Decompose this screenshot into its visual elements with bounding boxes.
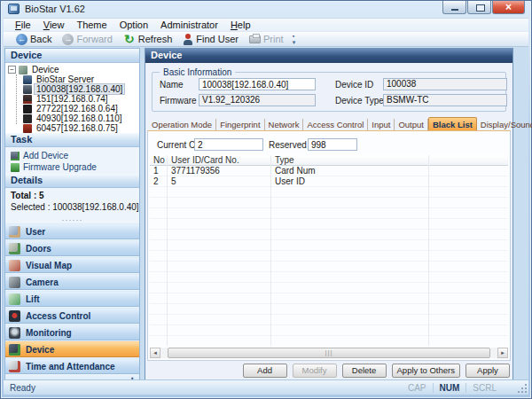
time-attendance-icon <box>9 361 20 372</box>
sidebar-item-user[interactable]: User <box>5 223 139 239</box>
minimize-button[interactable] <box>442 1 466 14</box>
action-buttons: Add Modify Delete Apply to Others Apply <box>243 364 510 378</box>
empty-row <box>150 293 508 304</box>
print-button[interactable]: Print <box>244 32 289 46</box>
device-type-value: BSMW-TC <box>383 94 507 106</box>
empty-row <box>150 283 508 293</box>
tab-output[interactable]: Output <box>395 119 428 130</box>
add-device-link[interactable]: Add Device <box>11 150 139 161</box>
access-control-icon <box>9 310 20 322</box>
num-lock-indicator: NUM <box>433 383 466 393</box>
scroll-right-icon[interactable]: ▸ <box>497 348 508 358</box>
column-header-type[interactable]: Type <box>271 155 429 166</box>
device-id-value: 100038 <box>383 78 507 90</box>
current-count-input[interactable] <box>194 138 263 151</box>
tab-black-list[interactable]: Black List <box>428 117 477 130</box>
device-icon <box>23 114 32 123</box>
lift-icon <box>9 293 20 305</box>
menu-file[interactable]: File <box>9 20 37 30</box>
empty-row <box>150 219 508 230</box>
tab-operation-mode[interactable]: Operation Mode <box>148 119 216 130</box>
panel-splitter-handle[interactable] <box>5 216 139 223</box>
scrollbar-thumb[interactable]: ||| <box>168 348 490 358</box>
status-text: Ready <box>10 383 402 393</box>
keyboard-states: CAP NUM SCRL <box>402 383 503 393</box>
visual-map-icon <box>9 260 20 271</box>
tab-display-sound[interactable]: Display/Sound <box>477 119 532 130</box>
empty-row <box>150 208 508 219</box>
tree-node-biostar-server[interactable]: BioStar Server <box>8 74 139 84</box>
back-button[interactable]: ← Back <box>11 32 57 46</box>
reserved-label: Reserved <box>269 140 307 150</box>
menu-view[interactable]: View <box>37 20 71 30</box>
sidebar-item-device[interactable]: Device <box>5 341 139 357</box>
server-icon <box>23 75 32 84</box>
menu-option[interactable]: Option <box>113 20 154 30</box>
tree-root-device[interactable]: − Device <box>8 65 139 74</box>
back-icon: ← <box>16 34 27 45</box>
main-panel: Device Basic Information Name Firmware V… <box>145 48 513 381</box>
delete-button[interactable]: Delete <box>342 364 387 378</box>
firmware-upgrade-link[interactable]: Firmware Upgrade <box>11 161 139 173</box>
name-input[interactable] <box>199 78 316 90</box>
empty-row <box>150 230 508 240</box>
device-type-label: Device Type <box>335 96 384 106</box>
reserved-input[interactable] <box>308 138 357 151</box>
sidebar-item-lift[interactable]: Lift <box>5 291 139 307</box>
tree-node-27722[interactable]: 27722[192.168.0.64] <box>8 104 139 113</box>
caps-lock-indicator: CAP <box>402 383 433 393</box>
sidebar-item-camera[interactable]: Camera <box>5 274 139 290</box>
details-body: Total : 5 Selected : 100038[192.168.0.40… <box>5 188 139 216</box>
table-header-row: No User ID/Card No. Type <box>150 155 508 166</box>
tab-input[interactable]: Input <box>368 119 395 130</box>
sidebar-item-time-and-attendance[interactable]: Time and Attendance <box>5 358 139 374</box>
device-icon <box>23 95 32 104</box>
refresh-button[interactable]: ↻ Refresh <box>118 32 178 46</box>
empty-row <box>150 240 508 251</box>
maximize-button[interactable] <box>467 1 491 14</box>
find-user-button[interactable]: Find User <box>177 32 244 46</box>
user-icon <box>9 226 20 238</box>
sidebar-item-access-control[interactable]: Access Control <box>5 308 139 324</box>
tab-fingerprint[interactable]: Fingerprint <box>216 119 264 130</box>
sidebar-item-doors[interactable]: Doors <box>5 240 139 256</box>
table-row[interactable]: 1 3771179356 Card Num <box>150 166 508 176</box>
doors-icon <box>9 243 20 254</box>
resize-grip[interactable] <box>517 383 528 394</box>
main-panel-title: Device <box>145 49 512 63</box>
horizontal-scrollbar[interactable]: ◂ ||| ▸ <box>150 348 508 358</box>
device-id-label: Device ID <box>335 80 373 90</box>
scroll-left-icon[interactable]: ◂ <box>150 348 160 358</box>
apply-button[interactable]: Apply <box>466 364 510 378</box>
sidebar-item-visual-map[interactable]: Visual Map <box>5 257 139 273</box>
tree-node-60457[interactable]: 60457[192.168.0.75] <box>8 123 139 133</box>
apply-to-others-button[interactable]: Apply to Others <box>392 364 460 378</box>
menu-theme[interactable]: Theme <box>70 20 113 30</box>
main-panel-body: Basic Information Name Firmware V1.92_12… <box>145 63 512 380</box>
column-header-user-id-card-no[interactable]: User ID/Card No. <box>168 155 271 166</box>
menu-help[interactable]: Help <box>224 20 257 30</box>
tree-node-151[interactable]: 151[192.168.0.74] <box>8 94 139 104</box>
table-row[interactable]: 2 5 User ID <box>150 176 508 187</box>
collapse-icon[interactable]: − <box>8 66 16 74</box>
tree-node-40930[interactable]: 40930[192.168.0.110] <box>8 113 139 123</box>
tab-access-control[interactable]: Access Control <box>303 119 368 130</box>
modify-button[interactable]: Modify <box>293 364 337 378</box>
details-total: Total : 5 <box>11 191 139 202</box>
title-bar[interactable]: BioStar V1.62 <box>1 1 531 18</box>
firmware-value: V1.92_120326 <box>199 94 316 106</box>
empty-row <box>150 262 508 272</box>
tree-node-100038[interactable]: 100038[192.168.0.40] <box>8 84 139 94</box>
toolbar-overflow-icon[interactable]: ▪▾ <box>293 33 296 45</box>
sidebar-item-monitoring[interactable]: Monitoring <box>5 325 139 340</box>
status-bar: Ready CAP NUM SCRL <box>4 379 528 395</box>
add-button[interactable]: Add <box>243 364 287 378</box>
menu-administrator[interactable]: Administrator <box>154 20 224 30</box>
print-icon <box>249 35 261 43</box>
forward-button[interactable]: → Forward <box>57 32 117 46</box>
tab-network[interactable]: Network <box>265 119 304 130</box>
add-device-icon <box>11 152 20 160</box>
empty-row <box>150 251 508 262</box>
column-header-no[interactable]: No <box>150 155 168 166</box>
close-button[interactable] <box>492 1 525 14</box>
